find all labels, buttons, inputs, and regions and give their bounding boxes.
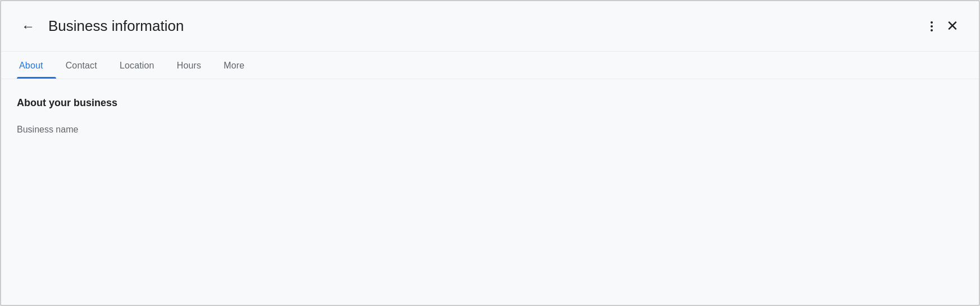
tab-hours[interactable]: Hours xyxy=(166,52,212,79)
section-title: About your business xyxy=(17,97,963,109)
business-name-label: Business name xyxy=(17,125,963,135)
tabs-bar: About Contact Location Hours More xyxy=(1,52,979,79)
more-options-icon xyxy=(931,21,933,31)
business-information-window: ← Business information ✕ About Contact L… xyxy=(0,0,980,306)
page-title: Business information xyxy=(48,17,926,35)
back-arrow-icon: ← xyxy=(21,20,35,33)
close-button[interactable]: ✕ xyxy=(942,13,963,39)
header: ← Business information ✕ xyxy=(1,1,979,52)
back-button[interactable]: ← xyxy=(17,15,39,38)
header-actions: ✕ xyxy=(926,13,963,39)
tab-location[interactable]: Location xyxy=(108,52,166,79)
more-options-button[interactable] xyxy=(926,17,937,36)
tab-more[interactable]: More xyxy=(212,52,256,79)
tab-about[interactable]: About xyxy=(17,52,54,79)
main-content: About your business Business name xyxy=(1,79,979,305)
close-icon: ✕ xyxy=(946,17,959,35)
tab-contact[interactable]: Contact xyxy=(54,52,108,79)
